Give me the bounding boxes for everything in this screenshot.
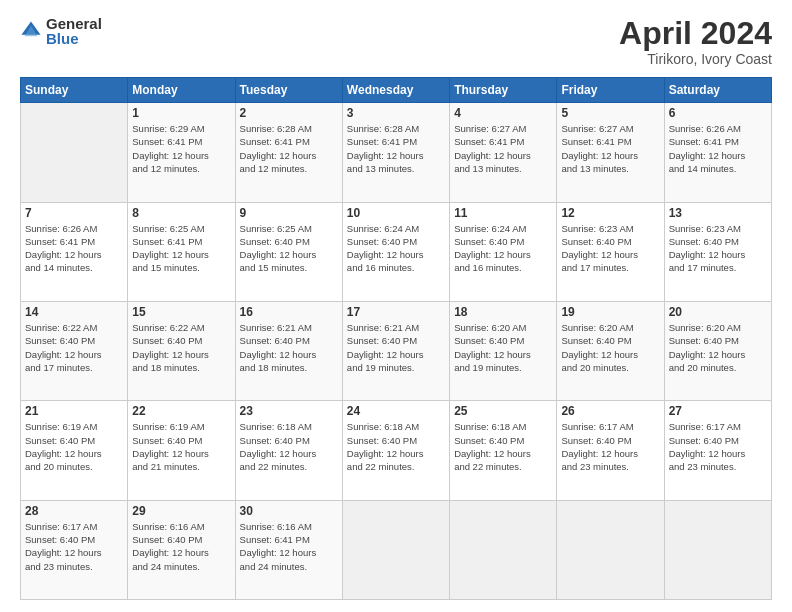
day-number: 2 [240,106,338,120]
day-number: 25 [454,404,552,418]
day-number: 11 [454,206,552,220]
day-info: Sunrise: 6:20 AM Sunset: 6:40 PM Dayligh… [561,321,659,374]
day-number: 17 [347,305,445,319]
day-number: 26 [561,404,659,418]
day-info: Sunrise: 6:22 AM Sunset: 6:40 PM Dayligh… [25,321,123,374]
calendar-cell: 6Sunrise: 6:26 AM Sunset: 6:41 PM Daylig… [664,103,771,202]
day-number: 29 [132,504,230,518]
calendar-cell: 26Sunrise: 6:17 AM Sunset: 6:40 PM Dayli… [557,401,664,500]
calendar-cell: 4Sunrise: 6:27 AM Sunset: 6:41 PM Daylig… [450,103,557,202]
day-number: 15 [132,305,230,319]
day-info: Sunrise: 6:21 AM Sunset: 6:40 PM Dayligh… [240,321,338,374]
calendar-cell: 12Sunrise: 6:23 AM Sunset: 6:40 PM Dayli… [557,202,664,301]
day-info: Sunrise: 6:17 AM Sunset: 6:40 PM Dayligh… [25,520,123,573]
day-number: 3 [347,106,445,120]
day-number: 1 [132,106,230,120]
day-info: Sunrise: 6:18 AM Sunset: 6:40 PM Dayligh… [347,420,445,473]
calendar-day-header: Saturday [664,78,771,103]
day-info: Sunrise: 6:23 AM Sunset: 6:40 PM Dayligh… [561,222,659,275]
calendar-cell: 23Sunrise: 6:18 AM Sunset: 6:40 PM Dayli… [235,401,342,500]
calendar-cell: 7Sunrise: 6:26 AM Sunset: 6:41 PM Daylig… [21,202,128,301]
calendar-cell [557,500,664,599]
calendar-cell [21,103,128,202]
calendar-cell: 25Sunrise: 6:18 AM Sunset: 6:40 PM Dayli… [450,401,557,500]
day-info: Sunrise: 6:24 AM Sunset: 6:40 PM Dayligh… [347,222,445,275]
calendar-cell: 21Sunrise: 6:19 AM Sunset: 6:40 PM Dayli… [21,401,128,500]
logo: General Blue [20,16,102,46]
day-info: Sunrise: 6:25 AM Sunset: 6:41 PM Dayligh… [132,222,230,275]
calendar-cell: 27Sunrise: 6:17 AM Sunset: 6:40 PM Dayli… [664,401,771,500]
day-info: Sunrise: 6:28 AM Sunset: 6:41 PM Dayligh… [347,122,445,175]
day-info: Sunrise: 6:16 AM Sunset: 6:41 PM Dayligh… [240,520,338,573]
day-info: Sunrise: 6:19 AM Sunset: 6:40 PM Dayligh… [25,420,123,473]
calendar-cell: 11Sunrise: 6:24 AM Sunset: 6:40 PM Dayli… [450,202,557,301]
calendar-header-row: SundayMondayTuesdayWednesdayThursdayFrid… [21,78,772,103]
day-number: 7 [25,206,123,220]
day-number: 28 [25,504,123,518]
day-number: 16 [240,305,338,319]
calendar-cell: 5Sunrise: 6:27 AM Sunset: 6:41 PM Daylig… [557,103,664,202]
day-number: 12 [561,206,659,220]
title-block: April 2024 Tirikoro, Ivory Coast [619,16,772,67]
calendar-cell: 17Sunrise: 6:21 AM Sunset: 6:40 PM Dayli… [342,301,449,400]
day-info: Sunrise: 6:18 AM Sunset: 6:40 PM Dayligh… [454,420,552,473]
calendar-cell: 15Sunrise: 6:22 AM Sunset: 6:40 PM Dayli… [128,301,235,400]
logo-blue: Blue [46,31,102,46]
calendar-cell: 16Sunrise: 6:21 AM Sunset: 6:40 PM Dayli… [235,301,342,400]
calendar-week-row: 1Sunrise: 6:29 AM Sunset: 6:41 PM Daylig… [21,103,772,202]
calendar-cell: 13Sunrise: 6:23 AM Sunset: 6:40 PM Dayli… [664,202,771,301]
calendar-day-header: Tuesday [235,78,342,103]
calendar-week-row: 14Sunrise: 6:22 AM Sunset: 6:40 PM Dayli… [21,301,772,400]
day-info: Sunrise: 6:17 AM Sunset: 6:40 PM Dayligh… [561,420,659,473]
day-number: 8 [132,206,230,220]
day-info: Sunrise: 6:27 AM Sunset: 6:41 PM Dayligh… [561,122,659,175]
calendar-week-row: 28Sunrise: 6:17 AM Sunset: 6:40 PM Dayli… [21,500,772,599]
day-number: 4 [454,106,552,120]
day-info: Sunrise: 6:23 AM Sunset: 6:40 PM Dayligh… [669,222,767,275]
calendar-cell: 3Sunrise: 6:28 AM Sunset: 6:41 PM Daylig… [342,103,449,202]
calendar-cell: 30Sunrise: 6:16 AM Sunset: 6:41 PM Dayli… [235,500,342,599]
day-number: 24 [347,404,445,418]
calendar-cell: 10Sunrise: 6:24 AM Sunset: 6:40 PM Dayli… [342,202,449,301]
calendar-cell [342,500,449,599]
calendar-cell [664,500,771,599]
day-number: 22 [132,404,230,418]
day-info: Sunrise: 6:17 AM Sunset: 6:40 PM Dayligh… [669,420,767,473]
day-info: Sunrise: 6:24 AM Sunset: 6:40 PM Dayligh… [454,222,552,275]
day-info: Sunrise: 6:28 AM Sunset: 6:41 PM Dayligh… [240,122,338,175]
calendar-cell: 19Sunrise: 6:20 AM Sunset: 6:40 PM Dayli… [557,301,664,400]
calendar-cell: 20Sunrise: 6:20 AM Sunset: 6:40 PM Dayli… [664,301,771,400]
logo-text: General Blue [46,16,102,46]
day-info: Sunrise: 6:20 AM Sunset: 6:40 PM Dayligh… [669,321,767,374]
day-number: 9 [240,206,338,220]
main-title: April 2024 [619,16,772,51]
day-info: Sunrise: 6:22 AM Sunset: 6:40 PM Dayligh… [132,321,230,374]
day-number: 20 [669,305,767,319]
calendar-day-header: Friday [557,78,664,103]
day-info: Sunrise: 6:27 AM Sunset: 6:41 PM Dayligh… [454,122,552,175]
day-info: Sunrise: 6:26 AM Sunset: 6:41 PM Dayligh… [669,122,767,175]
calendar-table: SundayMondayTuesdayWednesdayThursdayFrid… [20,77,772,600]
day-info: Sunrise: 6:26 AM Sunset: 6:41 PM Dayligh… [25,222,123,275]
calendar-day-header: Wednesday [342,78,449,103]
logo-icon [20,20,42,42]
calendar-day-header: Thursday [450,78,557,103]
day-number: 21 [25,404,123,418]
day-number: 6 [669,106,767,120]
day-number: 23 [240,404,338,418]
calendar-day-header: Sunday [21,78,128,103]
day-info: Sunrise: 6:16 AM Sunset: 6:40 PM Dayligh… [132,520,230,573]
day-number: 14 [25,305,123,319]
header: General Blue April 2024 Tirikoro, Ivory … [20,16,772,67]
day-info: Sunrise: 6:25 AM Sunset: 6:40 PM Dayligh… [240,222,338,275]
calendar-cell: 14Sunrise: 6:22 AM Sunset: 6:40 PM Dayli… [21,301,128,400]
logo-general: General [46,16,102,31]
calendar-week-row: 21Sunrise: 6:19 AM Sunset: 6:40 PM Dayli… [21,401,772,500]
calendar-cell: 28Sunrise: 6:17 AM Sunset: 6:40 PM Dayli… [21,500,128,599]
calendar-cell: 18Sunrise: 6:20 AM Sunset: 6:40 PM Dayli… [450,301,557,400]
calendar-cell: 24Sunrise: 6:18 AM Sunset: 6:40 PM Dayli… [342,401,449,500]
calendar-cell: 1Sunrise: 6:29 AM Sunset: 6:41 PM Daylig… [128,103,235,202]
calendar-cell [450,500,557,599]
day-number: 19 [561,305,659,319]
day-number: 13 [669,206,767,220]
